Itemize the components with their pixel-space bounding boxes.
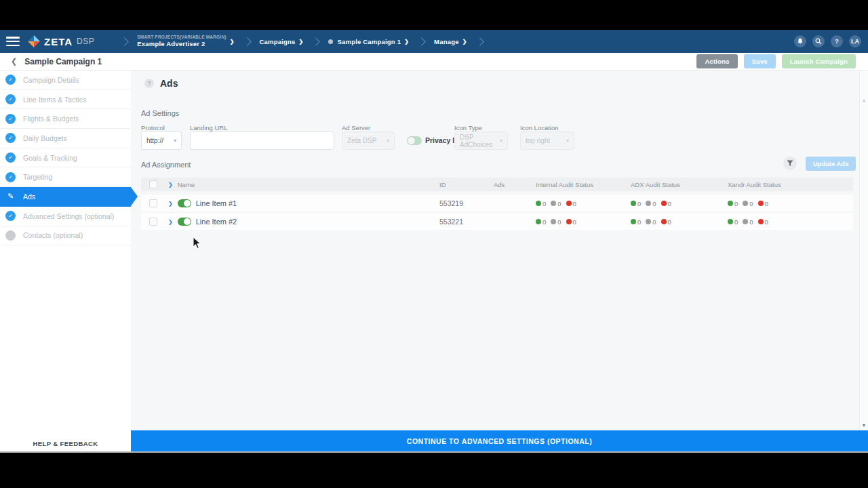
notifications-button[interactable] xyxy=(794,35,806,47)
sidebar-item-line-items-tactics[interactable]: ✓ Line Items & Tactics xyxy=(0,90,131,110)
status-count: 0 xyxy=(652,200,656,207)
status-count: 0 xyxy=(765,200,768,207)
line-item-enabled-toggle[interactable] xyxy=(178,218,191,226)
hamburger-menu-icon[interactable] xyxy=(6,37,20,46)
filter-button[interactable] xyxy=(783,157,797,170)
vertical-scrollbar[interactable]: ▲ ▼ xyxy=(859,70,868,430)
column-header-xandr-audit: Xandr Audit Status xyxy=(728,181,781,188)
breadcrumb-separator xyxy=(243,37,252,46)
internal-audit-status: 0 0 0 xyxy=(536,218,576,226)
green-status-dot xyxy=(728,219,733,224)
sidebar-item-ads[interactable]: ✎ Ads xyxy=(0,187,131,207)
sidebar-item-contacts[interactable]: Contacts (optional) xyxy=(0,226,131,246)
continue-bar[interactable]: CONTINUE TO ADVANCED SETTINGS (OPTIONAL) xyxy=(131,430,868,451)
privacy-icon-toggle[interactable] xyxy=(407,136,422,145)
avatar[interactable]: LA xyxy=(849,35,861,47)
breadcrumb: SMART PROJECTS(VARIABLE MARGIN) Example … xyxy=(112,30,492,53)
status-count: 0 xyxy=(668,200,671,207)
help-feedback-link[interactable]: HELP & FEEDBACK xyxy=(0,440,131,447)
line-item-enabled-toggle[interactable] xyxy=(178,199,191,207)
row-checkbox[interactable] xyxy=(149,218,157,226)
sidebar-item-label: Daily Budgets xyxy=(23,134,67,142)
red-status-dot xyxy=(566,201,572,206)
green-status-dot xyxy=(631,201,636,206)
protocol-label: Protocol xyxy=(141,124,165,131)
breadcrumb-manage-label: Manage xyxy=(434,38,459,45)
ad-settings-title: Ad Settings xyxy=(141,109,179,117)
update-ads-button[interactable]: Update Ads xyxy=(806,157,856,171)
table-row-line-item-2[interactable]: ❯ Line Item #2 553221 0 0 0 0 0 0 0 xyxy=(141,214,853,230)
pending-circle-icon xyxy=(5,230,16,241)
column-header-ads: Ads xyxy=(494,181,505,188)
landing-url-input[interactable] xyxy=(195,136,329,145)
section-help-icon[interactable]: ? xyxy=(144,79,154,88)
sidebar-item-campaign-details[interactable]: ✓ Campaign Details xyxy=(0,70,131,90)
sidebar-item-advanced-settings[interactable]: ✓ Advanced Settings (optional) xyxy=(0,207,131,226)
actions-button[interactable]: Actions xyxy=(696,54,737,68)
top-nav-bar: ZETA DSP SMART PROJECTS(VARIABLE MARGIN)… xyxy=(0,30,868,53)
landing-url-label: Landing URL xyxy=(190,124,227,131)
scroll-down-icon[interactable]: ▼ xyxy=(860,423,868,428)
icon-location-select[interactable]: top right ▾ xyxy=(520,131,574,150)
gray-status-dot xyxy=(646,201,651,206)
status-count: 0 xyxy=(557,218,561,226)
sidebar-item-daily-budgets[interactable]: ✓ Daily Budgets xyxy=(0,129,131,148)
search-icon xyxy=(815,38,822,45)
ad-server-select[interactable]: Zeta DSP ▾ xyxy=(342,131,395,150)
breadcrumb-separator xyxy=(312,37,321,46)
expand-chevron-icon[interactable]: ❯ xyxy=(168,201,173,207)
sidebar-item-label: Campaign Details xyxy=(23,76,79,84)
sidebar-item-goals-tracking[interactable]: ✓ Goals & Tracking xyxy=(0,148,131,168)
check-circle-icon: ✓ xyxy=(5,211,16,221)
status-count: 0 xyxy=(542,218,546,226)
icon-type-select[interactable]: DSP AdChoices ▾ xyxy=(454,131,508,150)
breadcrumb-campaigns[interactable]: Campaigns ❯ xyxy=(260,38,304,45)
brand-name: ZETA xyxy=(44,36,73,47)
brand-logo[interactable]: ZETA DSP xyxy=(28,35,94,47)
sidebar-item-targeting[interactable]: ✓ Targeting xyxy=(0,167,131,187)
red-status-dot xyxy=(758,201,764,206)
protocol-select[interactable]: http:// ▾ xyxy=(141,131,182,150)
red-status-dot xyxy=(661,219,667,224)
green-status-dot xyxy=(631,219,636,224)
campaign-header-bar: ❮ Sample Campaign 1 Actions Save Launch … xyxy=(0,53,868,70)
breadcrumb-advertiser-label: Example Advertiser 2 xyxy=(137,40,226,48)
column-header-name: Name xyxy=(178,181,195,188)
select-all-checkbox[interactable] xyxy=(149,180,157,188)
ad-assignment-table: ❯ Name ID Ads Internal Audit Status ADX … xyxy=(141,178,853,232)
line-item-id: 553219 xyxy=(439,199,463,207)
breadcrumb-separator xyxy=(475,37,484,46)
check-circle-icon: ✓ xyxy=(5,114,16,124)
sidebar-item-label: Flights & Budgets xyxy=(23,115,79,123)
green-status-dot xyxy=(728,201,733,206)
chevron-down-icon: ▾ xyxy=(174,138,176,144)
back-button[interactable]: ❮ xyxy=(11,57,17,66)
letterbox-bottom xyxy=(0,453,868,488)
table-row-line-item-1[interactable]: ❯ Line Item #1 553219 0 0 0 0 0 0 0 xyxy=(141,195,853,211)
scroll-up-icon[interactable]: ▲ xyxy=(860,98,868,102)
help-button[interactable]: ? xyxy=(831,35,843,47)
search-button[interactable] xyxy=(812,35,825,47)
save-button[interactable]: Save xyxy=(744,54,776,68)
expand-chevron-icon[interactable]: ❯ xyxy=(168,182,173,188)
letterbox-top xyxy=(0,0,868,30)
chevron-right-icon: ❯ xyxy=(230,39,235,45)
gray-status-dot xyxy=(551,219,556,224)
sidebar-item-label: Line Items & Tactics xyxy=(23,96,86,104)
ad-server-label: Ad Server xyxy=(342,124,370,131)
row-checkbox[interactable] xyxy=(149,199,157,207)
line-item-name: Line Item #1 xyxy=(196,199,237,207)
breadcrumb-campaign[interactable]: Sample Campaign 1 ❯ xyxy=(328,38,409,45)
green-status-dot xyxy=(536,219,541,224)
breadcrumb-manage[interactable]: Manage ❯ xyxy=(434,38,467,45)
xandr-audit-status: 0 0 0 xyxy=(728,200,768,207)
check-circle-icon: ✓ xyxy=(5,152,16,163)
status-count: 0 xyxy=(765,218,768,226)
adx-audit-status: 0 0 0 xyxy=(631,200,671,207)
column-header-adx-audit: ADX Audit Status xyxy=(631,181,680,188)
expand-chevron-icon[interactable]: ❯ xyxy=(168,219,173,225)
launch-campaign-button[interactable]: Launch Campaign xyxy=(782,54,856,68)
sidebar-item-flights-budgets[interactable]: ✓ Flights & Budgets xyxy=(0,109,131,129)
breadcrumb-advertiser[interactable]: SMART PROJECTS(VARIABLE MARGIN) Example … xyxy=(137,35,234,48)
avatar-initials: LA xyxy=(851,38,859,45)
